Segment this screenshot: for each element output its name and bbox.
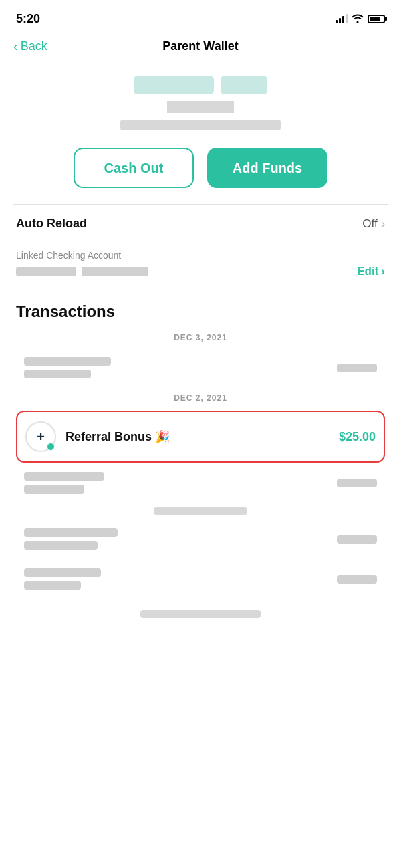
referral-bonus-icon: +	[25, 421, 56, 452]
cash-out-button[interactable]: Cash Out	[74, 148, 194, 188]
balance-sub-blur	[167, 101, 234, 113]
back-chevron-icon: ‹	[13, 39, 18, 54]
blurred-line-1	[24, 357, 111, 366]
date-separator-1: DEC 3, 2021	[16, 333, 385, 342]
transaction-row-blurred-2	[16, 465, 385, 500]
spacer-1	[16, 507, 385, 515]
transaction-row-blurred-3	[16, 522, 385, 556]
green-dot-indicator	[47, 443, 55, 451]
blurred-line-5	[24, 528, 118, 537]
linked-blur-2	[82, 267, 148, 276]
edit-button[interactable]: Edit ›	[357, 265, 385, 278]
linked-account-row: Linked Checking Account Edit ›	[0, 243, 401, 292]
blurred-trans-left-2	[24, 472, 104, 494]
linked-blur-1	[16, 267, 76, 276]
wallet-header	[0, 62, 401, 137]
blurred-footer-row	[16, 610, 385, 618]
auto-reload-value-group: Off ›	[362, 217, 385, 231]
blurred-trans-left-3	[24, 528, 118, 550]
wallet-balance-blurred	[134, 76, 267, 94]
edit-label: Edit	[357, 265, 378, 278]
balance-blur-2	[221, 76, 267, 94]
nav-bar: ‹ Back Parent Wallet	[0, 33, 401, 62]
blurred-line-7	[24, 568, 101, 577]
auto-reload-label: Auto Reload	[16, 217, 87, 231]
blurred-amount-1	[337, 364, 377, 372]
add-funds-button[interactable]: Add Funds	[207, 148, 327, 188]
auto-reload-chevron-icon: ›	[382, 218, 385, 230]
balance-blur-1	[134, 76, 214, 94]
blurred-line-4	[24, 485, 84, 494]
transactions-section: Transactions DEC 3, 2021 DEC 2, 2021 + R…	[0, 292, 401, 618]
blurred-amount-2	[337, 479, 377, 487]
blurred-date-center	[154, 507, 247, 515]
plus-icon: +	[37, 429, 45, 445]
status-time: 5:20	[16, 12, 40, 26]
back-button[interactable]: ‹ Back	[13, 39, 47, 54]
referral-bonus-amount: $25.00	[339, 430, 376, 444]
linked-account-label: Linked Checking Account	[16, 250, 385, 261]
blurred-line-8	[24, 581, 81, 590]
balance-detail-blur	[120, 120, 281, 130]
referral-bonus-row[interactable]: + Referral Bonus 🎉 $25.00	[16, 411, 385, 463]
transactions-title: Transactions	[16, 302, 385, 321]
blurred-amount-4	[337, 575, 377, 584]
blurred-footer	[140, 610, 261, 618]
blurred-line-3	[24, 472, 104, 481]
blurred-line-6	[24, 541, 98, 550]
linked-account-bottom: Edit ›	[16, 265, 385, 278]
transaction-row-blurred-4	[16, 562, 385, 596]
auto-reload-row[interactable]: Auto Reload Off ›	[0, 205, 401, 243]
linked-account-blurred	[16, 267, 148, 276]
blurred-amount-3	[337, 535, 377, 544]
blurred-line-2	[24, 370, 91, 378]
blurred-trans-left-1	[24, 357, 111, 378]
blurred-trans-left-4	[24, 568, 101, 590]
edit-chevron-icon: ›	[381, 265, 385, 278]
action-buttons: Cash Out Add Funds	[0, 137, 401, 204]
wifi-icon	[352, 13, 364, 25]
battery-icon	[368, 15, 385, 23]
auto-reload-value: Off	[362, 217, 377, 231]
referral-bonus-name: Referral Bonus 🎉	[65, 429, 170, 444]
page-title: Parent Wallet	[162, 39, 238, 53]
signal-icon	[336, 14, 348, 23]
status-bar: 5:20	[0, 0, 401, 33]
referral-bonus-left: + Referral Bonus 🎉	[25, 421, 170, 452]
back-label: Back	[21, 39, 47, 53]
status-icons	[336, 13, 385, 25]
transaction-row-blurred-1	[16, 350, 385, 385]
date-separator-2: DEC 2, 2021	[16, 393, 385, 403]
